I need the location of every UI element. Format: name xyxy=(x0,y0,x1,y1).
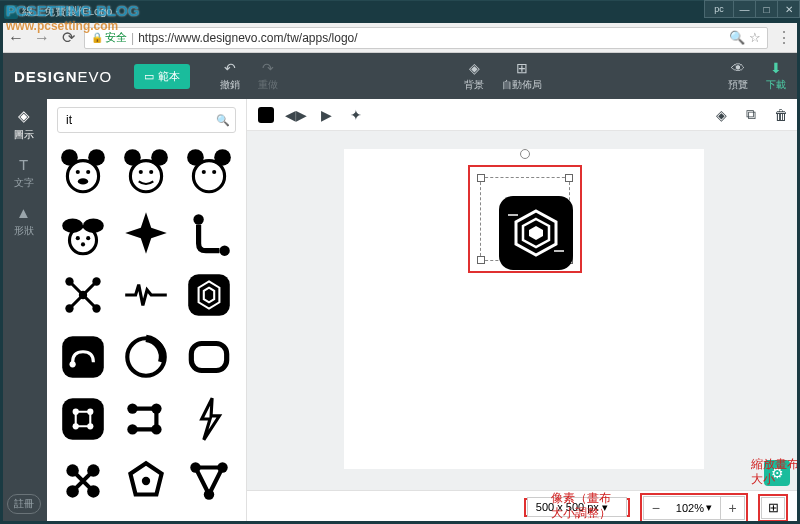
icon-item[interactable] xyxy=(120,331,172,383)
effects-button[interactable]: ✦ xyxy=(347,106,365,124)
icon-item[interactable] xyxy=(183,455,235,507)
svg-point-20 xyxy=(86,236,90,240)
selected-logo[interactable] xyxy=(499,196,573,270)
window-titlebar: 線上免費製作Logo · pc — □ ✕ xyxy=(0,0,800,23)
resize-handle-bl[interactable] xyxy=(477,256,485,264)
secure-label: 安全 xyxy=(105,30,127,45)
diamond-icon: ◈ xyxy=(18,107,30,125)
selection-box xyxy=(468,165,582,273)
zoom-value[interactable]: 102%▾ xyxy=(668,501,720,514)
icon-item[interactable] xyxy=(57,145,109,197)
pc-button[interactable]: pc xyxy=(704,0,734,18)
preview-button[interactable]: 👁預覽 xyxy=(728,60,748,92)
url-text: https://www.designevo.com/tw/apps/logo/ xyxy=(138,31,725,45)
canvas-toolbar: ◀▶ ▶ ✦ ◈ ⧉ 🗑 xyxy=(247,99,800,131)
icon-item[interactable] xyxy=(57,207,109,259)
grid-toggle-button[interactable]: ⊞ xyxy=(761,497,785,519)
bottom-bar: 500 x 500 px ▾ − 102%▾ + ⊞ xyxy=(247,490,800,524)
svg-rect-32 xyxy=(62,336,104,378)
svg-point-15 xyxy=(212,170,216,174)
icon-item[interactable] xyxy=(120,269,172,321)
annotation-zoom: 縮放畫布大小 xyxy=(751,457,800,488)
background-button[interactable]: ◈背景 xyxy=(464,60,484,92)
back-button[interactable]: ← xyxy=(6,28,26,48)
star-icon[interactable]: ☆ xyxy=(749,30,761,45)
undo-icon: ↶ xyxy=(224,60,236,76)
rotate-handle[interactable] xyxy=(520,149,530,159)
download-icon: ⬇ xyxy=(770,60,782,76)
maximize-button[interactable]: □ xyxy=(755,0,778,18)
delete-button[interactable]: 🗑 xyxy=(772,106,790,124)
tab-title: 線上免費製作Logo · xyxy=(22,4,119,19)
svg-marker-62 xyxy=(529,226,543,240)
download-button[interactable]: ⬇下載 xyxy=(766,60,786,92)
flip-h-button[interactable]: ◀▶ xyxy=(287,106,305,124)
rail-text[interactable]: T文字 xyxy=(14,156,34,190)
resize-handle-tr[interactable] xyxy=(565,174,573,182)
left-rail: ◈圖示 T文字 ▲形狀 註冊 xyxy=(0,99,47,524)
icon-item[interactable] xyxy=(120,145,172,197)
icon-item[interactable] xyxy=(57,331,109,383)
icon-item[interactable] xyxy=(120,393,172,445)
eye-icon: 👁 xyxy=(731,60,745,76)
icon-item[interactable] xyxy=(183,331,235,383)
icon-panel xyxy=(47,99,247,524)
icon-item[interactable] xyxy=(183,269,235,321)
icon-item[interactable] xyxy=(120,455,172,507)
fill-color-button[interactable] xyxy=(257,106,275,124)
redo-button: ↷重做 xyxy=(258,60,278,92)
background-icon: ◈ xyxy=(469,60,480,76)
icon-item[interactable] xyxy=(183,145,235,197)
zoom-in-button[interactable]: + xyxy=(720,497,744,519)
reload-button[interactable]: ⟳ xyxy=(58,28,78,48)
app-logo: DESIGNEVO xyxy=(14,68,112,85)
address-bar[interactable]: 🔒安全 | https://www.designevo.com/tw/apps/… xyxy=(84,27,768,49)
redo-icon: ↷ xyxy=(262,60,274,76)
svg-point-2 xyxy=(67,161,98,192)
resize-handle-tl[interactable] xyxy=(477,174,485,182)
icon-item[interactable] xyxy=(57,269,109,321)
annotation-pixel: 像素（畫布 大小調整） xyxy=(551,491,611,522)
svg-point-13 xyxy=(193,161,224,192)
svg-rect-59 xyxy=(258,107,274,123)
rail-shape[interactable]: ▲形狀 xyxy=(14,204,34,238)
icon-item[interactable] xyxy=(57,393,109,445)
minimize-button[interactable]: — xyxy=(733,0,756,18)
icon-item[interactable] xyxy=(183,393,235,445)
lock-icon: 🔒 xyxy=(91,32,103,43)
search-icon[interactable]: 🔍 xyxy=(729,30,745,45)
autolayout-button[interactable]: ⊞自動佈局 xyxy=(502,60,542,92)
shape-icon: ▲ xyxy=(16,204,31,221)
canvas[interactable] xyxy=(344,149,704,469)
layer-button[interactable]: ◈ xyxy=(712,106,730,124)
svg-point-5 xyxy=(78,178,88,184)
template-icon: ▭ xyxy=(144,70,154,83)
flip-v-button[interactable]: ▶ xyxy=(317,106,335,124)
register-button[interactable]: 註冊 xyxy=(7,494,41,514)
svg-point-33 xyxy=(69,361,75,367)
rail-icon[interactable]: ◈圖示 xyxy=(14,107,34,142)
svg-point-14 xyxy=(202,170,206,174)
close-button[interactable]: ✕ xyxy=(777,0,800,18)
svg-point-21 xyxy=(81,242,85,246)
svg-point-3 xyxy=(76,170,80,174)
secure-badge: 🔒安全 xyxy=(91,30,127,45)
svg-point-9 xyxy=(139,170,143,174)
svg-point-8 xyxy=(130,161,161,192)
icon-item[interactable] xyxy=(57,455,109,507)
search-input[interactable] xyxy=(57,107,236,133)
undo-button[interactable]: ↶撤銷 xyxy=(220,60,240,92)
template-button[interactable]: ▭ 範本 xyxy=(134,64,190,89)
autolayout-icon: ⊞ xyxy=(516,60,528,76)
app-header: DESIGNEVO ▭ 範本 ↶撤銷 ↷重做 ◈背景 ⊞自動佈局 👁預覽 ⬇下載 xyxy=(0,53,800,99)
icon-item[interactable] xyxy=(120,207,172,259)
svg-point-18 xyxy=(69,227,96,254)
icon-item[interactable] xyxy=(183,207,235,259)
browser-toolbar: ← → ⟳ 🔒安全 | https://www.designevo.com/tw… xyxy=(0,23,800,53)
menu-button[interactable]: ⋮ xyxy=(774,28,794,48)
copy-button[interactable]: ⧉ xyxy=(742,106,760,124)
zoom-out-button[interactable]: − xyxy=(644,497,668,519)
zoom-control: − 102%▾ + xyxy=(643,496,745,520)
svg-point-19 xyxy=(76,236,80,240)
svg-point-4 xyxy=(86,170,90,174)
